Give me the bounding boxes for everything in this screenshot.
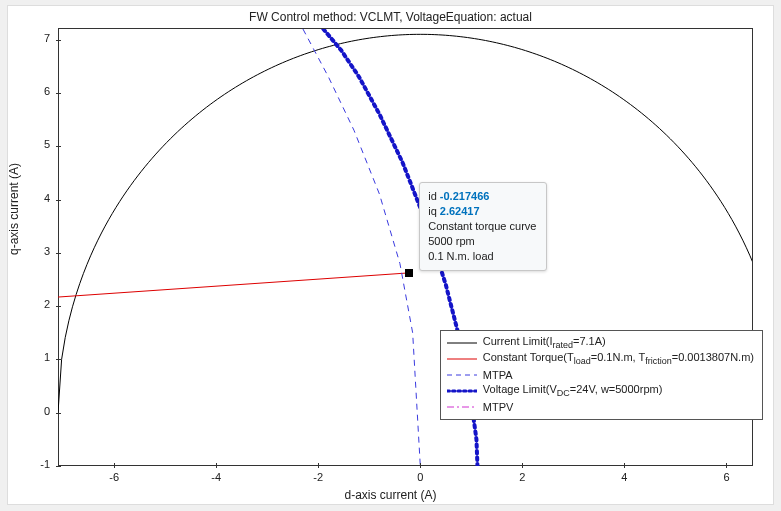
chart-title: FW Control method: VCLMT, VoltageEquatio… (8, 10, 773, 24)
y-axis-label: q-axis current (A) (7, 163, 21, 255)
legend-item-mtpv[interactable]: MTPV (447, 399, 754, 415)
x-tick-label: 6 (706, 471, 746, 483)
datatip-line2: 5000 rpm (428, 234, 536, 249)
x-tick-label: 0 (400, 471, 440, 483)
datatip-box[interactable]: id -0.217466 iq 2.62417 Constant torque … (419, 182, 547, 271)
legend-swatch-constant-torque (447, 353, 477, 365)
legend-swatch-mtpa (447, 369, 477, 381)
x-tick-label: 2 (502, 471, 542, 483)
y-tick-label: 2 (8, 298, 50, 310)
datatip-id-value: -0.217466 (440, 190, 490, 202)
legend[interactable]: Current Limit(Irated=7.1A) Constant Torq… (440, 330, 763, 420)
datatip-iq-label: iq (428, 205, 437, 217)
datatip-id-label: id (428, 190, 437, 202)
x-tick-label: -4 (196, 471, 236, 483)
x-axis-label: d-axis current (A) (8, 488, 773, 502)
datatip-iq-row: iq 2.62417 (428, 204, 536, 219)
legend-item-voltage-limit[interactable]: Voltage Limit(VDC=24V, w=5000rpm) (447, 383, 754, 399)
legend-label: MTPV (483, 399, 514, 415)
y-tick-label: -1 (8, 458, 50, 470)
legend-swatch-voltage-limit (447, 385, 477, 397)
datatip-line3: 0.1 N.m. load (428, 249, 536, 264)
datatip-line1: Constant torque curve (428, 219, 536, 234)
y-tick-label: 5 (8, 138, 50, 150)
legend-swatch-mtpv (447, 401, 477, 413)
datatip-marker[interactable] (405, 269, 413, 277)
figure-window: FW Control method: VCLMT, VoltageEquatio… (8, 6, 773, 504)
legend-item-constant-torque[interactable]: Constant Torque(Tload=0.1N.m, Tfriction=… (447, 351, 754, 367)
x-tick-label: -2 (298, 471, 338, 483)
datatip-id-row: id -0.217466 (428, 189, 536, 204)
x-tick-label: 4 (604, 471, 644, 483)
x-tick-label: -6 (94, 471, 134, 483)
y-tick-label: 0 (8, 405, 50, 417)
legend-swatch-current-limit (447, 337, 477, 349)
datatip-iq-value: 2.62417 (440, 205, 480, 217)
y-tick-label: 6 (8, 85, 50, 97)
legend-label: Constant Torque(Tload=0.1N.m, Tfriction=… (483, 349, 754, 369)
y-tick-label: 7 (8, 32, 50, 44)
y-tick-label: 1 (8, 351, 50, 363)
